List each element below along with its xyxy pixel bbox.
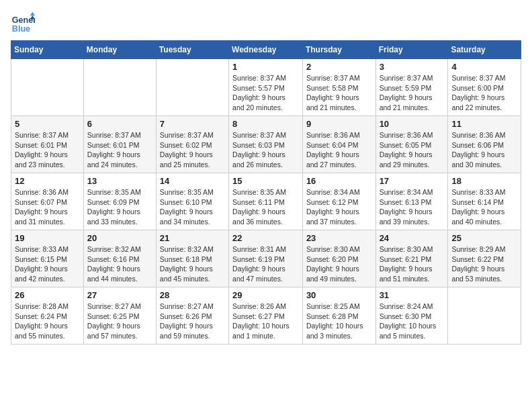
day-number: 27 [87, 290, 152, 300]
day-info: Sunrise: 8:37 AM Sunset: 5:57 PM Dayligh… [232, 73, 299, 113]
svg-marker-2 [30, 12, 35, 15]
calendar-cell: 26Sunrise: 8:28 AM Sunset: 6:24 PM Dayli… [11, 287, 84, 345]
weekday-header: Monday [83, 41, 156, 59]
calendar-cell: 19Sunrise: 8:33 AM Sunset: 6:15 PM Dayli… [11, 230, 84, 287]
day-number: 1 [232, 62, 299, 72]
day-number: 3 [380, 62, 445, 72]
day-info: Sunrise: 8:35 AM Sunset: 6:10 PM Dayligh… [160, 187, 225, 227]
calendar-cell: 29Sunrise: 8:26 AM Sunset: 6:27 PM Dayli… [229, 287, 303, 345]
logo: General Blue [11, 11, 38, 35]
day-info: Sunrise: 8:35 AM Sunset: 6:09 PM Dayligh… [87, 187, 152, 227]
day-info: Sunrise: 8:33 AM Sunset: 6:14 PM Dayligh… [451, 187, 517, 227]
calendar-cell: 7Sunrise: 8:37 AM Sunset: 6:02 PM Daylig… [156, 116, 228, 173]
day-number: 5 [15, 119, 80, 129]
day-info: Sunrise: 8:36 AM Sunset: 6:06 PM Dayligh… [451, 130, 517, 170]
day-number: 25 [451, 233, 517, 243]
calendar-cell: 15Sunrise: 8:35 AM Sunset: 6:11 PM Dayli… [229, 173, 303, 230]
day-number: 9 [306, 119, 372, 129]
day-number: 31 [380, 290, 445, 300]
day-info: Sunrise: 8:36 AM Sunset: 6:04 PM Dayligh… [306, 130, 372, 170]
calendar-cell: 6Sunrise: 8:37 AM Sunset: 6:01 PM Daylig… [83, 116, 156, 173]
day-number: 6 [87, 119, 152, 129]
day-info: Sunrise: 8:34 AM Sunset: 6:12 PM Dayligh… [306, 187, 372, 227]
day-number: 17 [380, 176, 445, 186]
weekday-header: Friday [375, 41, 448, 59]
day-number: 22 [232, 233, 299, 243]
day-number: 24 [380, 233, 445, 243]
calendar-cell: 28Sunrise: 8:27 AM Sunset: 6:26 PM Dayli… [156, 287, 228, 345]
calendar-cell: 3Sunrise: 8:37 AM Sunset: 5:59 PM Daylig… [375, 59, 448, 116]
weekday-header: Wednesday [229, 41, 303, 59]
calendar-cell: 27Sunrise: 8:27 AM Sunset: 6:25 PM Dayli… [83, 287, 156, 345]
weekday-header: Thursday [302, 41, 375, 59]
day-number: 15 [232, 176, 299, 186]
day-number: 26 [15, 290, 80, 300]
day-info: Sunrise: 8:35 AM Sunset: 6:11 PM Dayligh… [232, 187, 299, 227]
day-info: Sunrise: 8:29 AM Sunset: 6:22 PM Dayligh… [451, 244, 517, 284]
day-info: Sunrise: 8:30 AM Sunset: 6:21 PM Dayligh… [380, 244, 445, 284]
day-info: Sunrise: 8:37 AM Sunset: 6:01 PM Dayligh… [15, 130, 80, 170]
calendar-cell: 24Sunrise: 8:30 AM Sunset: 6:21 PM Dayli… [375, 230, 448, 287]
day-number: 2 [306, 62, 372, 72]
day-number: 20 [87, 233, 152, 243]
day-info: Sunrise: 8:37 AM Sunset: 5:58 PM Dayligh… [306, 73, 372, 113]
day-info: Sunrise: 8:26 AM Sunset: 6:27 PM Dayligh… [232, 302, 299, 341]
day-info: Sunrise: 8:32 AM Sunset: 6:16 PM Dayligh… [87, 244, 152, 284]
calendar-cell: 23Sunrise: 8:30 AM Sunset: 6:20 PM Dayli… [302, 230, 375, 287]
calendar-cell: 20Sunrise: 8:32 AM Sunset: 6:16 PM Dayli… [83, 230, 156, 287]
calendar-cell: 8Sunrise: 8:37 AM Sunset: 6:03 PM Daylig… [229, 116, 303, 173]
calendar-cell: 18Sunrise: 8:33 AM Sunset: 6:14 PM Dayli… [448, 173, 521, 230]
calendar-cell: 25Sunrise: 8:29 AM Sunset: 6:22 PM Dayli… [448, 230, 521, 287]
calendar-header: SundayMondayTuesdayWednesdayThursdayFrid… [11, 41, 521, 59]
weekday-header: Saturday [448, 41, 521, 59]
header: General Blue [11, 11, 521, 35]
day-info: Sunrise: 8:32 AM Sunset: 6:18 PM Dayligh… [160, 244, 225, 284]
logo-icon: General Blue [11, 11, 35, 35]
calendar-cell: 21Sunrise: 8:32 AM Sunset: 6:18 PM Dayli… [156, 230, 228, 287]
day-number: 7 [160, 119, 225, 129]
calendar-cell: 9Sunrise: 8:36 AM Sunset: 6:04 PM Daylig… [302, 116, 375, 173]
day-number: 19 [15, 233, 80, 243]
day-number: 30 [306, 290, 372, 300]
calendar-cell [156, 59, 228, 116]
day-number: 18 [451, 176, 517, 186]
day-number: 14 [160, 176, 225, 186]
day-info: Sunrise: 8:37 AM Sunset: 6:03 PM Dayligh… [232, 130, 299, 170]
day-info: Sunrise: 8:25 AM Sunset: 6:28 PM Dayligh… [306, 302, 372, 341]
day-number: 11 [451, 119, 517, 129]
calendar-cell: 31Sunrise: 8:24 AM Sunset: 6:30 PM Dayli… [375, 287, 448, 345]
day-info: Sunrise: 8:37 AM Sunset: 6:00 PM Dayligh… [451, 73, 517, 113]
day-number: 12 [15, 176, 80, 186]
calendar-cell: 11Sunrise: 8:36 AM Sunset: 6:06 PM Dayli… [448, 116, 521, 173]
calendar-cell: 10Sunrise: 8:36 AM Sunset: 6:05 PM Dayli… [375, 116, 448, 173]
calendar-cell: 2Sunrise: 8:37 AM Sunset: 5:58 PM Daylig… [302, 59, 375, 116]
day-number: 16 [306, 176, 372, 186]
day-number: 28 [160, 290, 225, 300]
calendar-cell [83, 59, 156, 116]
day-number: 4 [451, 62, 517, 72]
calendar-cell: 17Sunrise: 8:34 AM Sunset: 6:13 PM Dayli… [375, 173, 448, 230]
day-number: 10 [380, 119, 445, 129]
day-info: Sunrise: 8:34 AM Sunset: 6:13 PM Dayligh… [380, 187, 445, 227]
weekday-header: Tuesday [156, 41, 228, 59]
day-info: Sunrise: 8:31 AM Sunset: 6:19 PM Dayligh… [232, 244, 299, 284]
calendar-cell: 1Sunrise: 8:37 AM Sunset: 5:57 PM Daylig… [229, 59, 303, 116]
day-info: Sunrise: 8:27 AM Sunset: 6:26 PM Dayligh… [160, 302, 225, 341]
day-info: Sunrise: 8:28 AM Sunset: 6:24 PM Dayligh… [15, 302, 80, 341]
day-info: Sunrise: 8:37 AM Sunset: 6:02 PM Dayligh… [160, 130, 225, 170]
day-info: Sunrise: 8:36 AM Sunset: 6:07 PM Dayligh… [15, 187, 80, 227]
calendar-cell [448, 287, 521, 345]
day-number: 23 [306, 233, 372, 243]
calendar-cell: 22Sunrise: 8:31 AM Sunset: 6:19 PM Dayli… [229, 230, 303, 287]
calendar-cell: 13Sunrise: 8:35 AM Sunset: 6:09 PM Dayli… [83, 173, 156, 230]
calendar-cell: 4Sunrise: 8:37 AM Sunset: 6:00 PM Daylig… [448, 59, 521, 116]
day-number: 8 [232, 119, 299, 129]
day-info: Sunrise: 8:37 AM Sunset: 6:01 PM Dayligh… [87, 130, 152, 170]
calendar-cell: 30Sunrise: 8:25 AM Sunset: 6:28 PM Dayli… [302, 287, 375, 345]
day-info: Sunrise: 8:30 AM Sunset: 6:20 PM Dayligh… [306, 244, 372, 284]
day-number: 29 [232, 290, 299, 300]
calendar-cell: 16Sunrise: 8:34 AM Sunset: 6:12 PM Dayli… [302, 173, 375, 230]
calendar-cell: 14Sunrise: 8:35 AM Sunset: 6:10 PM Dayli… [156, 173, 228, 230]
calendar-cell [11, 59, 84, 116]
day-info: Sunrise: 8:37 AM Sunset: 5:59 PM Dayligh… [380, 73, 445, 113]
